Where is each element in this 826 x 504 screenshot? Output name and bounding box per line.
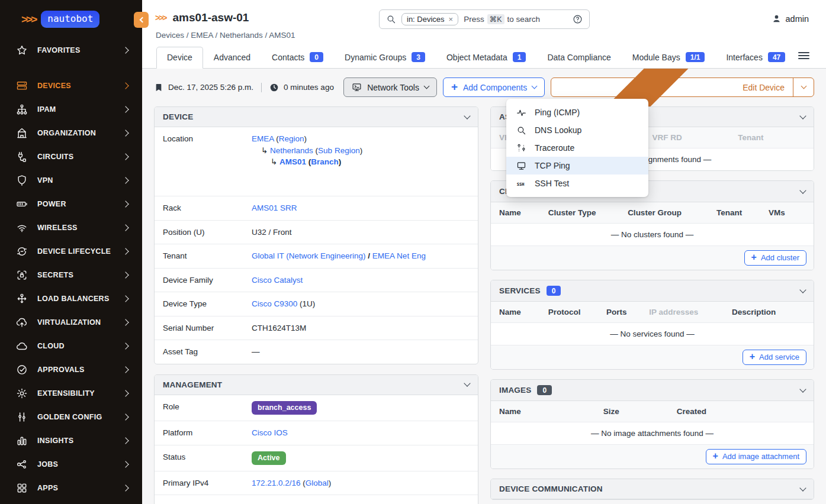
sidebar-collapse-button[interactable] — [134, 12, 149, 28]
tab-object-metadata[interactable]: Object Metadata1 — [436, 46, 536, 69]
value-link[interactable]: AMS01 — [279, 157, 306, 166]
network-tools-monitor-icon — [352, 82, 362, 92]
user-menu[interactable]: admin — [772, 14, 809, 24]
sidebar-item-ipam[interactable]: IPAM — [0, 98, 142, 121]
value-link[interactable]: Sub Region — [318, 146, 360, 155]
wifi-icon — [16, 222, 28, 234]
field-label: Location — [163, 133, 252, 190]
field-value: CTH1624T13M — [252, 322, 470, 334]
bar-chart-icon — [16, 435, 28, 447]
add-image-attachment-button[interactable]: +Add image attachment — [706, 449, 806, 464]
chevron-down-icon[interactable] — [799, 286, 806, 293]
sidebar-item-favorites[interactable]: FAVORITES — [0, 38, 142, 62]
value-line: Global IT (Network Engineering) / EMEA N… — [252, 250, 470, 262]
value-link[interactable]: EMEA — [252, 134, 274, 143]
menu-item-traceroute[interactable]: Traceroute — [506, 139, 648, 157]
tab-count-badge: 47 — [768, 52, 785, 62]
chevron-down-icon[interactable] — [799, 187, 806, 193]
value-text: ↳ — [271, 157, 279, 166]
edit-device-split-button: Edit Device — [551, 77, 814, 97]
sidebar-item-load-balancers[interactable]: LOAD BALANCERS — [0, 287, 142, 311]
help-icon[interactable] — [573, 14, 583, 24]
panel-title: SERVICES — [499, 286, 541, 295]
field-label: Rack — [163, 202, 252, 214]
sidebar-item-wireless[interactable]: WIRELESS — [0, 216, 142, 240]
sidebar-item-virtualization[interactable]: VIRTUALIZATION — [0, 311, 142, 334]
tab-advanced[interactable]: Advanced — [203, 47, 261, 69]
lifecycle-icon — [16, 245, 28, 257]
value-text: ( — [274, 134, 279, 143]
tab-data-compliance[interactable]: Data Compliance — [536, 47, 621, 69]
column-header-size: Size — [603, 407, 677, 416]
chevron-down-icon[interactable] — [799, 484, 806, 491]
nautobot-logo[interactable]: >>> nautobot — [0, 0, 142, 28]
chevron-down-icon[interactable] — [464, 112, 470, 119]
value-link[interactable]: Cisco IOS — [252, 428, 288, 437]
search-filter-chip[interactable]: in: Devices × — [401, 13, 458, 25]
edit-device-caret-button[interactable] — [793, 78, 814, 96]
field-row-status: StatusActive — [155, 445, 478, 471]
value-link[interactable]: Global IT (Network Engineering) — [252, 251, 366, 260]
sidebar-item-apps[interactable]: APPS — [0, 476, 142, 500]
chevron-down-icon[interactable] — [464, 380, 470, 387]
add-components-button[interactable]: + Add Components — [443, 77, 545, 97]
page-title: ams01-asw-01 — [173, 11, 249, 24]
tab-contacts[interactable]: Contacts0 — [261, 46, 334, 69]
value-link[interactable]: 172.21.0.2/16 — [252, 479, 301, 487]
gear-icon — [16, 387, 28, 399]
chevron-right-icon — [122, 201, 128, 207]
sidebar-item-label: FAVORITES — [37, 46, 123, 54]
sidebar-item-circuits[interactable]: CIRCUITS — [0, 145, 142, 169]
table-header-row: NameCluster TypeCluster GroupTenantVMs — [491, 202, 814, 224]
tab-interfaces[interactable]: Interfaces47 — [715, 46, 796, 69]
value-link[interactable]: EMEA Net Eng — [372, 251, 426, 260]
sidebar-item-insights[interactable]: INSIGHTS — [0, 429, 142, 453]
chevron-down-icon[interactable] — [799, 386, 806, 392]
value-link[interactable]: Region — [279, 134, 304, 143]
action-buttons: Network Tools + Add Components Edit Devi… — [343, 77, 814, 97]
value-link[interactable]: Cisco Catalyst — [252, 276, 303, 285]
value-link[interactable]: Branch — [311, 157, 339, 166]
sidebar-item-device-lifecycle[interactable]: DEVICE LIFECYCLE — [0, 240, 142, 263]
sidebar-item-approvals[interactable]: APPROVALS — [0, 358, 142, 382]
value-link[interactable]: Global — [306, 479, 329, 487]
panel-management: MANAGEMENTRolebranch_accessPlatformCisco… — [154, 374, 478, 504]
updated-ago: 0 minutes ago — [284, 83, 334, 92]
sidebar-item-jobs[interactable]: JOBS — [0, 453, 142, 476]
chevron-down-icon[interactable] — [799, 112, 806, 119]
sliders-icon — [16, 411, 28, 423]
edit-device-button[interactable]: Edit Device — [551, 78, 793, 96]
field-label: Asset Tag — [163, 346, 252, 358]
sidebar-item-devices[interactable]: DEVICES — [0, 74, 142, 98]
sidebar-item-cloud[interactable]: CLOUD — [0, 334, 142, 358]
tab-overflow-menu-icon[interactable] — [798, 50, 809, 61]
sidebar-item-extensibility[interactable]: EXTENSIBILITY — [0, 382, 142, 405]
sidebar-item-vpn[interactable]: VPN — [0, 169, 142, 192]
chip-close-icon[interactable]: × — [449, 15, 454, 24]
cloud-icon — [16, 340, 28, 352]
search-input[interactable]: in: Devices × Press ⌘K to search — [379, 9, 590, 29]
column-header-ip-addresses: IP addresses — [649, 308, 732, 316]
sidebar-item-secrets[interactable]: SECRETS — [0, 263, 142, 287]
value-link[interactable]: AMS01 SRR — [252, 203, 297, 212]
add-button-label: Add image attachment — [722, 452, 799, 461]
menu-item-dns-lookup[interactable]: DNS Lookup — [506, 121, 648, 139]
tab-device[interactable]: Device — [156, 47, 203, 69]
sidebar-item-power[interactable]: POWER — [0, 192, 142, 216]
chevron-right-icon — [122, 82, 128, 89]
add-service-button[interactable]: +Add service — [743, 350, 806, 365]
plus-icon: + — [451, 80, 458, 93]
menu-item-ssh-test[interactable]: SSHSSH Test — [506, 175, 648, 192]
tab-module-bays[interactable]: Module Bays1/1 — [622, 46, 716, 69]
sidebar-item-golden-config[interactable]: GOLDEN CONFIG — [0, 405, 142, 429]
value-link[interactable]: Netherlands — [270, 146, 313, 155]
network-tools-button[interactable]: Network Tools — [343, 77, 437, 97]
sidebar-item-organization[interactable]: ORGANIZATION — [0, 121, 142, 145]
tab-dynamic-groups[interactable]: Dynamic Groups3 — [334, 46, 436, 69]
value-link[interactable]: Cisco C9300 — [252, 299, 297, 308]
menu-item-tcp-ping[interactable]: TCP Ping — [506, 157, 648, 175]
chevron-right-icon — [122, 153, 128, 160]
field-label: Device Family — [163, 274, 252, 286]
add-cluster-button[interactable]: +Add cluster — [744, 250, 806, 266]
menu-item-ping-icmp[interactable]: Ping (ICMP) — [506, 104, 648, 121]
